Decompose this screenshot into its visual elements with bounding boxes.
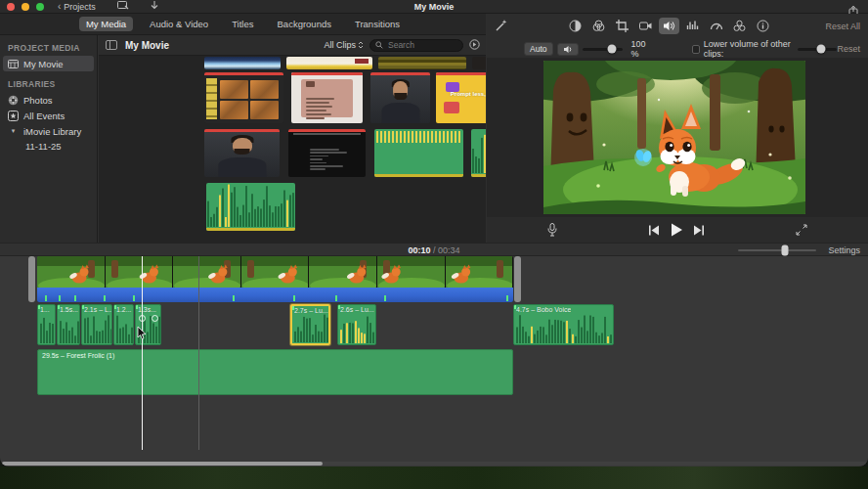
used-in-project-marker bbox=[204, 72, 283, 75]
audio-clip-4[interactable]: 1.2... bbox=[113, 304, 134, 345]
zoom-window-button[interactable] bbox=[36, 3, 44, 11]
download-arrow-icon[interactable] bbox=[151, 1, 158, 12]
effects-tool-icon[interactable] bbox=[729, 18, 750, 34]
inspector-panel: Reset All Auto 100 % Lower volume of oth… bbox=[487, 14, 868, 243]
sidebar-item-photos[interactable]: Photos bbox=[0, 92, 97, 108]
chevron-down-icon[interactable]: ▾ bbox=[8, 126, 19, 137]
skip-back-button[interactable] bbox=[648, 225, 660, 236]
speed-tool-icon[interactable] bbox=[706, 18, 726, 34]
tab-audio-video[interactable]: Audio & Video bbox=[143, 17, 215, 31]
scrollbar-thumb[interactable] bbox=[2, 462, 323, 466]
sidebar-item-library-event[interactable]: 11-11-25 bbox=[0, 139, 97, 154]
timeline-horizontal-scrollbar[interactable] bbox=[0, 462, 868, 466]
timeline-zoom-knob[interactable] bbox=[782, 245, 789, 256]
thumb-clip-blue-strip[interactable] bbox=[204, 57, 281, 69]
browser-title: My Movie bbox=[125, 40, 169, 51]
volume-slider[interactable] bbox=[583, 48, 624, 51]
projects-back-button[interactable]: ‹ Projects bbox=[58, 1, 96, 12]
speaker-icon bbox=[563, 45, 573, 54]
minimize-window-button[interactable] bbox=[22, 3, 29, 11]
import-media-icon[interactable] bbox=[117, 1, 129, 12]
browser-header: My Movie All Clips bbox=[99, 35, 486, 56]
skip-forward-button[interactable] bbox=[693, 225, 705, 236]
lower-volume-label: Lower volume of other clips: bbox=[704, 39, 792, 59]
microphone-icon[interactable] bbox=[547, 223, 557, 237]
enhance-wand-icon[interactable] bbox=[495, 19, 508, 32]
reset-all-button[interactable]: Reset All bbox=[825, 22, 860, 31]
audio-marker-tick bbox=[59, 295, 61, 301]
terminal-text-line bbox=[310, 158, 323, 160]
person-beard bbox=[234, 149, 250, 156]
tab-backgrounds[interactable]: Backgrounds bbox=[271, 17, 338, 31]
clips-filter-dropdown[interactable]: All Clips bbox=[324, 40, 364, 50]
thumb-webcam-presenter-2[interactable] bbox=[204, 129, 280, 177]
fox-grid-cell bbox=[220, 80, 248, 99]
audio-clip-2[interactable]: 1.5s... bbox=[57, 304, 80, 345]
close-window-button[interactable] bbox=[7, 3, 15, 11]
mouse-cursor bbox=[137, 327, 147, 344]
thumb-editor-foxgrid[interactable] bbox=[204, 72, 283, 123]
thumb-audio-waveform-2[interactable] bbox=[206, 183, 295, 231]
music-clip-forest-frolic[interactable]: 29.5s – Forest Frolic (1) bbox=[37, 349, 513, 395]
chevron-left-icon: ‹ bbox=[58, 1, 61, 12]
audio-clip-6[interactable]: 2.7s – Lu... bbox=[290, 304, 330, 345]
crop-tool-icon[interactable] bbox=[612, 18, 632, 34]
reset-button[interactable]: Reset bbox=[837, 44, 860, 54]
thumb-webcam-presenter[interactable] bbox=[370, 72, 430, 123]
color-correction-tool-icon[interactable] bbox=[588, 18, 609, 34]
tab-titles[interactable]: Titles bbox=[225, 17, 260, 31]
audio-clip-7[interactable]: 2.6s – Lu... bbox=[337, 304, 376, 345]
libraries-header: LIBRARIES bbox=[0, 71, 97, 92]
playhead[interactable] bbox=[142, 256, 143, 450]
filmstrip-frame bbox=[37, 256, 106, 288]
lower-volume-slider[interactable] bbox=[798, 48, 837, 51]
auto-volume-button[interactable]: Auto bbox=[524, 42, 553, 56]
fullscreen-icon[interactable] bbox=[796, 224, 807, 236]
thumb-audio-yellowtop[interactable] bbox=[374, 129, 463, 177]
info-tool-icon[interactable] bbox=[753, 18, 773, 34]
filmstrip-frame bbox=[173, 256, 241, 288]
person-body bbox=[218, 157, 266, 177]
clip-trim-handle-right[interactable] bbox=[514, 256, 521, 302]
volume-tool-icon[interactable] bbox=[659, 18, 679, 34]
fade-handle[interactable] bbox=[152, 315, 158, 322]
tab-my-media[interactable]: My Media bbox=[79, 17, 133, 31]
timeline-settings-button[interactable]: Settings bbox=[828, 245, 860, 255]
thumb-document-tan[interactable] bbox=[291, 72, 363, 123]
color-balance-tool-icon[interactable] bbox=[565, 18, 586, 34]
tab-transitions[interactable]: Transitions bbox=[348, 17, 407, 31]
noise-reduction-tool-icon[interactable] bbox=[682, 18, 703, 34]
video-clip-forest-frolic[interactable] bbox=[37, 256, 513, 302]
play-button[interactable] bbox=[670, 223, 683, 237]
document-text-line bbox=[306, 117, 325, 119]
share-icon[interactable] bbox=[848, 2, 858, 12]
thumb-promo-yellow[interactable]: Prompt less, Play more bbox=[436, 72, 486, 123]
search-input[interactable] bbox=[386, 39, 455, 51]
sidebar-item-all-events[interactable]: All Events bbox=[0, 108, 97, 123]
sidebar-imovie-library-label: iMovie Library bbox=[23, 126, 81, 137]
filmstrip-frame bbox=[106, 256, 174, 288]
timeline-zoom-slider[interactable] bbox=[738, 249, 816, 251]
sidebar-toggle-icon[interactable] bbox=[106, 40, 117, 50]
sidebar-item-imovie-library[interactable]: ▾ iMovie Library bbox=[0, 123, 97, 139]
search-box[interactable] bbox=[369, 39, 463, 52]
thumb-terminal-screen[interactable] bbox=[288, 129, 366, 177]
circle-arrow-icon[interactable] bbox=[469, 36, 480, 54]
thumb-audio-waveform-1[interactable] bbox=[471, 129, 486, 177]
stabilization-tool-icon[interactable] bbox=[635, 18, 656, 34]
lower-volume-checkbox[interactable] bbox=[692, 45, 700, 54]
sidebar-item-my-movie[interactable]: My Movie bbox=[3, 56, 94, 71]
used-in-project-marker bbox=[291, 72, 363, 75]
audio-clip-label: 1.5s... bbox=[60, 306, 78, 313]
mute-button[interactable] bbox=[557, 43, 579, 56]
audio-clip-3[interactable]: 2.1s – L... bbox=[81, 304, 112, 345]
audio-clip-8[interactable]: 4.7s – Bobo Voice bbox=[513, 304, 614, 345]
thumb-clip-dark-strip[interactable] bbox=[472, 57, 486, 69]
clip-trim-handle-left[interactable] bbox=[28, 256, 35, 302]
volume-slider-knob[interactable] bbox=[607, 45, 616, 54]
lower-volume-slider-knob[interactable] bbox=[816, 45, 825, 54]
thumb-clip-cream-strip[interactable] bbox=[286, 57, 372, 69]
audio-clip-1[interactable]: 1... bbox=[37, 304, 56, 345]
thumb-clip-olive-strip[interactable] bbox=[378, 57, 466, 69]
document-text-line bbox=[306, 102, 330, 104]
